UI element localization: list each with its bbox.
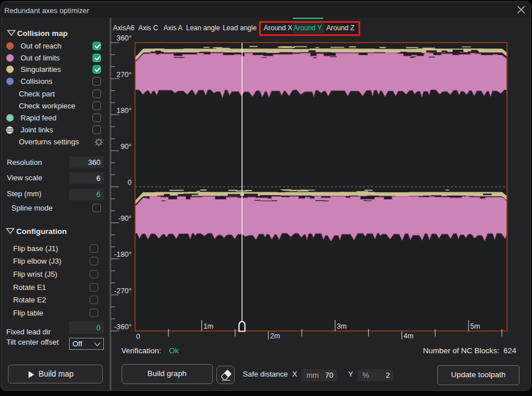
svg-text:-270°: -270° bbox=[114, 286, 132, 295]
svg-text:360°: 360° bbox=[116, 34, 131, 42]
svg-text:90°: 90° bbox=[120, 142, 131, 151]
svg-text:-180°: -180° bbox=[114, 250, 132, 258]
svg-text:270°: 270° bbox=[116, 70, 131, 79]
svg-text:3m: 3m bbox=[337, 322, 346, 330]
svg-text:4m: 4m bbox=[404, 332, 413, 340]
svg-text:5m: 5m bbox=[470, 322, 480, 330]
svg-text:2m: 2m bbox=[270, 332, 280, 340]
svg-text:1m: 1m bbox=[203, 322, 213, 330]
svg-text:-90°: -90° bbox=[118, 214, 132, 223]
svg-text:180°: 180° bbox=[116, 106, 131, 115]
svg-text:-360°: -360° bbox=[114, 322, 132, 331]
svg-text:0: 0 bbox=[136, 333, 140, 341]
svg-text:0: 0 bbox=[127, 178, 131, 187]
